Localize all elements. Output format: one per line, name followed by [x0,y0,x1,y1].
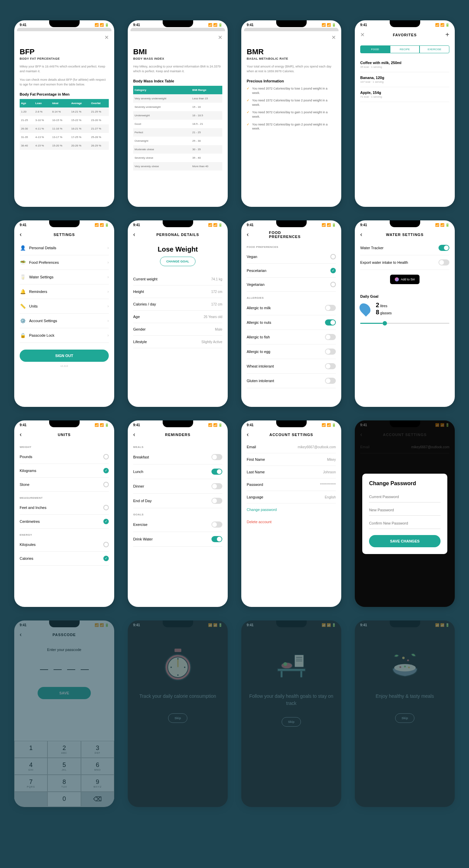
reminder-row[interactable]: Exercise [133,517,222,532]
allergy-row[interactable]: Wheat intolerant [247,359,336,374]
settings-row-units[interactable]: 📏Units› [20,299,109,314]
detail-row[interactable]: Height172 cm [133,285,222,298]
current-password-input[interactable] [369,491,441,502]
key-7[interactable]: 7PQRS [14,775,47,792]
toggle[interactable] [325,378,336,384]
radio[interactable] [103,556,109,561]
toggle[interactable] [325,363,336,369]
unit-row[interactable]: Kilojoules [20,538,109,552]
account-row[interactable]: Last NameJohnson [247,466,336,478]
key-9[interactable]: 9WXYZ [81,775,114,792]
radio[interactable] [103,482,109,487]
radio[interactable] [103,454,109,459]
back-icon[interactable]: ‹ [20,231,22,238]
confirm-password-input[interactable] [369,518,441,529]
key-5[interactable]: 5JKL [47,758,81,775]
close-icon[interactable]: ✕ [104,34,109,41]
delete-account-link[interactable]: Delete account [247,516,336,528]
reminder-row[interactable]: Lunch [133,465,222,479]
favorite-item[interactable]: Coffee with milk, 250ml35 kcal · 1 servi… [360,57,449,72]
radio[interactable] [103,542,109,547]
toggle[interactable] [211,521,222,528]
reminder-row[interactable]: Dinner [133,479,222,494]
favorite-item[interactable]: Banana, 120g107 kcal · 1 serving [360,72,449,87]
pref-row[interactable]: Vegan [247,250,336,264]
allergy-row[interactable]: Allergic to egg [247,344,336,359]
toggle[interactable] [439,245,449,251]
reminder-row[interactable]: Drink Water [133,532,222,547]
toggle[interactable] [325,319,336,326]
reminder-row[interactable]: End of Day [133,494,222,508]
toggle[interactable] [325,305,336,311]
tab-recipe[interactable]: RECIPE [390,45,420,53]
change-goal-button[interactable]: CHANGE GOAL [160,257,196,266]
toggle[interactable] [211,483,222,489]
back-icon[interactable]: ‹ [247,431,249,438]
close-icon[interactable]: ✕ [331,34,336,41]
radio[interactable] [103,468,109,473]
skip-button[interactable]: Skip [395,713,414,723]
radio[interactable] [103,519,109,524]
key-2[interactable]: 2ABC [47,741,81,758]
modal-overlay[interactable]: Change Password SAVE CHANGES [355,420,455,607]
reminder-row[interactable]: Breakfast [133,450,222,465]
settings-row-food[interactable]: 🥗Food Preferences› [20,255,109,270]
pref-row[interactable]: Pescetarian [247,264,336,278]
settings-row-water[interactable]: 🥛Water Settings› [20,270,109,284]
allergy-row[interactable]: Allergic to nuts [247,315,336,330]
key-6[interactable]: 6MNO [81,758,114,775]
allergy-row[interactable]: Allergic to fish [247,330,336,344]
back-icon[interactable]: ‹ [20,631,22,638]
pref-row[interactable]: Vegetarian [247,278,336,292]
water-tracker-row[interactable]: Water Tracker [360,241,449,255]
back-icon[interactable]: ‹ [247,231,249,238]
unit-row[interactable]: Calories [20,552,109,566]
toggle[interactable] [211,469,222,475]
allergy-row[interactable]: Gluten intolerant [247,374,336,388]
tab-food[interactable]: FOOD [360,45,390,53]
allergy-row[interactable]: Allergic to milk [247,301,336,315]
toggle[interactable] [211,536,222,542]
account-row[interactable]: LanguageEnglish [247,491,336,504]
radio[interactable] [330,268,336,273]
account-row[interactable]: Emailmikey6667@outlook.com [247,441,336,453]
key-1[interactable]: 1 [14,741,47,758]
radio[interactable] [330,254,336,259]
signout-button[interactable]: SIGN OUT [20,350,109,362]
radio[interactable] [330,282,336,287]
toggle[interactable] [211,498,222,504]
account-row[interactable]: Password************ [247,478,336,491]
water-slider[interactable] [360,323,449,324]
close-icon[interactable]: ✕ [360,32,365,38]
key-3[interactable]: 3DEF [81,741,114,758]
toggle[interactable] [439,259,449,265]
close-icon[interactable]: ✕ [218,34,222,41]
account-row[interactable]: First NameMikey [247,453,336,466]
key-8[interactable]: 8TUV [47,775,81,792]
settings-row-reminders[interactable]: 🔔Reminders› [20,284,109,299]
key-delete[interactable]: ⌫ [81,792,114,807]
detail-row[interactable]: LifestyleSlightly Active [133,336,222,348]
skip-button[interactable]: Skip [168,713,187,723]
unit-row[interactable]: Feet and Inches [20,501,109,515]
back-icon[interactable]: ‹ [20,431,22,438]
add-icon[interactable]: + [445,31,449,39]
settings-row-personal[interactable]: 👤Personal Details› [20,241,109,255]
back-icon[interactable]: ‹ [133,231,135,238]
toggle[interactable] [325,349,336,355]
settings-row-passcode[interactable]: 🔒Passcode Lock› [20,328,109,343]
unit-row[interactable]: Kilograms [20,464,109,478]
unit-row[interactable]: Stone [20,478,109,492]
add-to-siri-button[interactable]: Add to Siri [390,275,420,284]
unit-row[interactable]: Pounds [20,450,109,464]
export-health-row[interactable]: Export water intake to Health [360,255,449,270]
toggle[interactable] [325,334,336,340]
back-icon[interactable]: ‹ [360,231,362,238]
radio[interactable] [103,505,109,510]
detail-row[interactable]: Calories / day172 cm [133,298,222,311]
key-0[interactable]: 0 [47,792,81,807]
favorite-item[interactable]: Apple, 154g71 kcal · 1 serving [360,87,449,102]
change-password-link[interactable]: Change password [247,504,336,516]
save-button[interactable]: SAVE [38,687,91,699]
key-4[interactable]: 4GHI [14,758,47,775]
